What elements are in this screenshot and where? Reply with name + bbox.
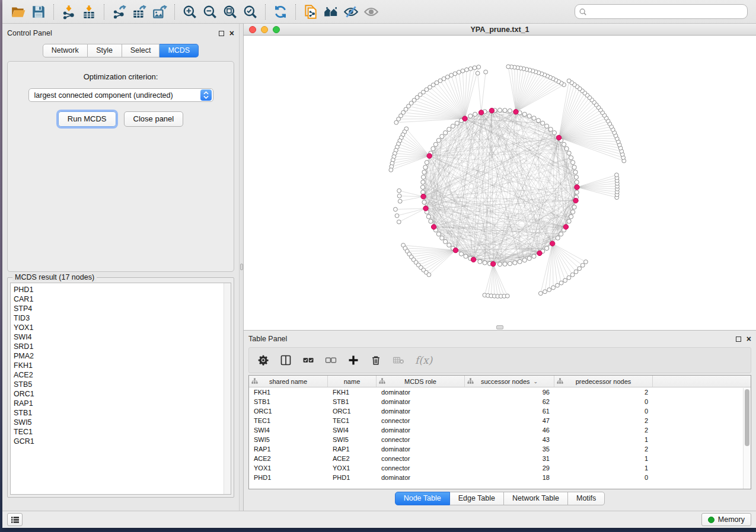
table-row[interactable]: TEC1TEC1connector472 [249,416,751,425]
refresh-icon [273,4,288,20]
new-network-from-selection-icon [303,4,318,20]
mcds-result-list[interactable]: PHD1CAR1STP4TID3YOX1SWI4SRD1PMA2FKH1ACE2… [10,283,231,495]
open-file-button[interactable] [8,2,28,21]
cell-name: STB1 [328,398,377,405]
table-row[interactable]: FKH1FKH1dominator962 [249,387,751,397]
table-row[interactable]: ORC1ORC1dominator610 [249,406,751,416]
result-list-item[interactable]: ORC1 [14,389,224,399]
gear-icon [257,354,269,366]
search-icon [579,8,587,16]
table-row[interactable]: STB1STB1dominator620 [249,397,751,406]
memory-button[interactable]: Memory [701,513,751,526]
add-column-button[interactable] [347,354,359,366]
function-builder-button[interactable]: f(x) [415,354,432,366]
result-list-item[interactable]: SWI5 [14,418,224,427]
zoom-fit-button[interactable] [220,2,240,21]
main-toolbar [2,0,756,24]
table-options-button[interactable] [257,354,269,366]
run-mcds-button[interactable]: Run MCDS [58,111,116,127]
result-list-item[interactable]: STP4 [14,304,224,313]
result-list-item[interactable]: TID3 [14,313,224,323]
first-neighbors-button[interactable] [321,2,341,21]
import-table-button[interactable] [79,2,99,21]
delete-table-button[interactable] [393,354,404,366]
result-list-item[interactable]: FKH1 [14,361,224,370]
deselect-all-button[interactable] [325,354,337,366]
column-header-name[interactable]: name [328,376,377,387]
show-columns-button[interactable] [280,354,292,366]
tab-select[interactable]: Select [122,44,160,57]
column-header-successor-nodes[interactable]: successor nodes⌄ [465,376,554,387]
table-row[interactable]: ACE2ACE2connector311 [249,454,751,463]
export-image-button[interactable] [149,2,170,21]
result-list-item[interactable]: PHD1 [14,285,224,294]
network-window-titlebar[interactable]: YPA_prune.txt_1 [244,24,756,36]
export-table-button[interactable] [129,2,149,21]
cell-shared-name: STB1 [249,398,328,405]
panel-list-button[interactable] [7,513,23,526]
node-table: shared namenameMCDS rolesuccessor nodes⌄… [248,375,751,489]
result-list-item[interactable]: STB5 [14,380,224,389]
table-row[interactable]: YOX1YOX1connector291 [249,463,751,473]
save-session-button[interactable] [28,2,49,21]
toolbar-separator [104,4,104,20]
list-icon [11,516,20,524]
table-row[interactable]: RAP1RAP1dominator352 [249,444,751,454]
result-list-item[interactable]: SWI4 [14,332,224,342]
table-tab-node-table[interactable]: Node Table [395,492,450,505]
cell-name: ORC1 [328,408,377,415]
result-list-item[interactable]: PMA2 [14,351,224,361]
zoom-in-button[interactable] [180,2,200,21]
close-panel-button[interactable]: Close panel [124,111,184,127]
column-header-shared-name[interactable]: shared name [249,376,328,387]
new-network-from-selection-button[interactable] [301,2,321,21]
table-tab-edge-table[interactable]: Edge Table [450,492,504,505]
optimization-criterion-select[interactable]: largest connected component (undirected) [28,88,213,102]
export-network-button[interactable] [109,2,129,21]
vertical-splitter[interactable] [239,24,244,511]
tab-mcds[interactable]: MCDS [160,44,199,57]
table-row[interactable]: PHD1PHD1dominator180 [249,473,751,482]
close-table-panel-icon[interactable]: × [747,336,751,342]
zoom-out-button[interactable] [200,2,220,21]
cell-mcds-role: connector [377,436,465,443]
zoom-selected-button[interactable] [240,2,260,21]
table-tab-motifs[interactable]: Motifs [568,492,605,505]
column-header-mcds-role[interactable]: MCDS role [377,376,465,387]
column-header-predecessor-nodes[interactable]: predecessor nodes [554,376,653,387]
search-input[interactable] [589,8,744,16]
float-table-panel-icon[interactable] [736,336,741,342]
show-all-button[interactable] [361,2,381,21]
result-list-item[interactable]: ACE2 [14,370,224,380]
delete-columns-button[interactable] [370,354,382,366]
result-list-item[interactable]: GCR1 [14,437,224,446]
table-scrollbar-thumb[interactable] [745,389,749,446]
result-list-scrollbar[interactable] [224,283,231,494]
result-list-item[interactable]: CAR1 [14,294,224,304]
horizontal-splitter-grip[interactable] [496,325,503,329]
result-list-item[interactable]: YOX1 [14,323,224,332]
table-row[interactable]: SWI4SWI4dominator462 [249,425,751,435]
result-list-item[interactable]: SRD1 [14,342,224,351]
result-list-item[interactable]: TEC1 [14,427,224,437]
hide-selected-button[interactable] [341,2,361,21]
refresh-view-button[interactable] [270,2,291,21]
network-canvas[interactable] [244,36,756,330]
table-scrollbar[interactable] [743,388,751,489]
result-list-item[interactable]: RAP1 [14,399,224,408]
mcds-result-title: MCDS result (17 nodes) [12,273,97,281]
table-tab-network-table[interactable]: Network Table [504,492,568,505]
cell-mcds-role: dominator [377,446,465,453]
table-row[interactable]: SWI5SWI5connector431 [249,435,751,444]
export-table-icon [132,4,147,20]
result-list-item[interactable]: STB1 [14,408,224,418]
close-panel-icon[interactable]: × [229,30,234,36]
tab-style[interactable]: Style [88,44,122,57]
splitter-grip[interactable] [240,264,243,270]
float-panel-icon[interactable] [219,31,224,36]
import-network-button[interactable] [59,2,79,21]
select-all-button[interactable] [302,354,314,366]
tab-network[interactable]: Network [43,44,88,57]
cell-successor-nodes: 31 [465,455,554,462]
cell-name: FKH1 [328,389,377,396]
